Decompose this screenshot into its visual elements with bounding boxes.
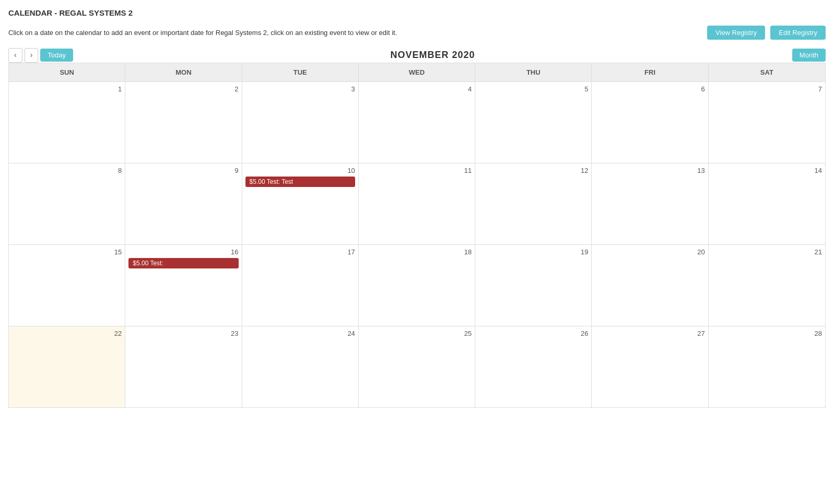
calendar-week-2: 8 9 10 $5.00 Test: Test 11 12 13 14 (9, 163, 825, 244)
day-number: 22 (12, 330, 122, 337)
day-number: 26 (478, 330, 588, 337)
today-button[interactable]: Today (40, 49, 73, 62)
header-wed: WED (359, 63, 475, 81)
day-number: 16 (128, 248, 238, 256)
day-number: 15 (12, 248, 122, 256)
header-sat: SAT (709, 63, 825, 81)
day-number: 8 (12, 167, 122, 174)
calendar-week-4: 22 23 24 25 26 27 28 (9, 326, 825, 407)
day-number: 2 (128, 85, 238, 93)
calendar-day-2[interactable]: 2 (125, 82, 242, 163)
day-number: 27 (595, 330, 704, 337)
calendar-day-25[interactable]: 25 (359, 326, 475, 407)
day-number: 18 (362, 248, 472, 256)
prev-month-button[interactable]: ‹ (8, 48, 22, 63)
day-number: 10 (245, 167, 355, 174)
day-number: 19 (478, 248, 588, 256)
calendar-week-3: 15 16 $5.00 Test: 17 18 19 20 21 (9, 244, 825, 326)
day-number: 13 (595, 167, 704, 174)
calendar-day-7[interactable]: 7 (709, 82, 825, 163)
calendar-week-1: 1 2 3 4 5 6 7 (9, 81, 825, 163)
calendar-day-27[interactable]: 27 (592, 326, 708, 407)
day-number: 12 (478, 167, 588, 174)
calendar-body: 1 2 3 4 5 6 7 8 9 10 $5.00 Test: Test 11… (8, 81, 826, 408)
day-number: 23 (128, 330, 238, 337)
page-container: CALENDAR - REGAL SYSTEMS 2 Click on a da… (0, 0, 834, 416)
header-fri: FRI (592, 63, 708, 81)
calendar-day-4[interactable]: 4 (359, 82, 475, 163)
day-number: 7 (712, 85, 822, 93)
calendar-day-1[interactable]: 1 (9, 82, 125, 163)
calendar-day-23[interactable]: 23 (125, 326, 242, 407)
calendar-days-header: SUN MON TUE WED THU FRI SAT (8, 63, 826, 81)
view-registry-button[interactable]: View Registry (707, 26, 765, 40)
toolbar-description: Click on a date on the calendar to add a… (8, 29, 702, 37)
day-number: 6 (595, 85, 704, 93)
day-number: 4 (362, 85, 472, 93)
calendar-day-10[interactable]: 10 $5.00 Test: Test (242, 163, 359, 244)
calendar-day-17[interactable]: 17 (242, 245, 359, 326)
page-title: CALENDAR - REGAL SYSTEMS 2 (8, 8, 826, 17)
month-view-button[interactable]: Month (792, 49, 826, 62)
header-tue: TUE (242, 63, 359, 81)
calendar-day-12[interactable]: 12 (475, 163, 592, 244)
toolbar: Click on a date on the calendar to add a… (8, 26, 826, 40)
day-number: 21 (712, 248, 822, 256)
calendar-day-26[interactable]: 26 (475, 326, 592, 407)
calendar-day-16[interactable]: 16 $5.00 Test: (125, 245, 242, 326)
calendar-day-3[interactable]: 3 (242, 82, 359, 163)
day-number: 5 (478, 85, 588, 93)
next-month-button[interactable]: › (25, 48, 39, 63)
calendar-day-11[interactable]: 11 (359, 163, 475, 244)
calendar-day-18[interactable]: 18 (359, 245, 475, 326)
calendar-month-title: NOVEMBER 2020 (390, 50, 475, 60)
calendar-day-28[interactable]: 28 (709, 326, 825, 407)
calendar-day-21[interactable]: 21 (709, 245, 825, 326)
calendar: SUN MON TUE WED THU FRI SAT 1 2 3 4 5 6 … (8, 63, 826, 408)
calendar-day-14[interactable]: 14 (709, 163, 825, 244)
calendar-day-19[interactable]: 19 (475, 245, 592, 326)
calendar-day-20[interactable]: 20 (592, 245, 708, 326)
event-10-1[interactable]: $5.00 Test: Test (245, 177, 355, 187)
calendar-day-8[interactable]: 8 (9, 163, 125, 244)
calendar-day-6[interactable]: 6 (592, 82, 708, 163)
day-number: 1 (12, 85, 122, 93)
calendar-day-15[interactable]: 15 (9, 245, 125, 326)
calendar-day-5[interactable]: 5 (475, 82, 592, 163)
day-number: 14 (712, 167, 822, 174)
day-number: 3 (245, 85, 355, 93)
day-number: 20 (595, 248, 704, 256)
calendar-title-section: NOVEMBER 2020 (73, 50, 792, 61)
header-thu: THU (475, 63, 592, 81)
calendar-day-9[interactable]: 9 (125, 163, 242, 244)
day-number: 24 (245, 330, 355, 337)
day-number: 9 (128, 167, 238, 174)
day-number: 28 (712, 330, 822, 337)
calendar-nav-section: ‹ › Today (8, 48, 73, 63)
calendar-nav-row: ‹ › Today NOVEMBER 2020 Month (8, 48, 826, 63)
day-number: 17 (245, 248, 355, 256)
event-16-1[interactable]: $5.00 Test: (128, 258, 238, 268)
day-number: 25 (362, 330, 472, 337)
calendar-day-22[interactable]: 22 (9, 326, 125, 407)
header-mon: MON (125, 63, 242, 81)
calendar-view-section: Month (792, 49, 826, 62)
edit-registry-button[interactable]: Edit Registry (770, 26, 826, 40)
header-sun: SUN (9, 63, 125, 81)
day-number: 11 (362, 167, 472, 174)
calendar-day-24[interactable]: 24 (242, 326, 359, 407)
calendar-day-13[interactable]: 13 (592, 163, 708, 244)
